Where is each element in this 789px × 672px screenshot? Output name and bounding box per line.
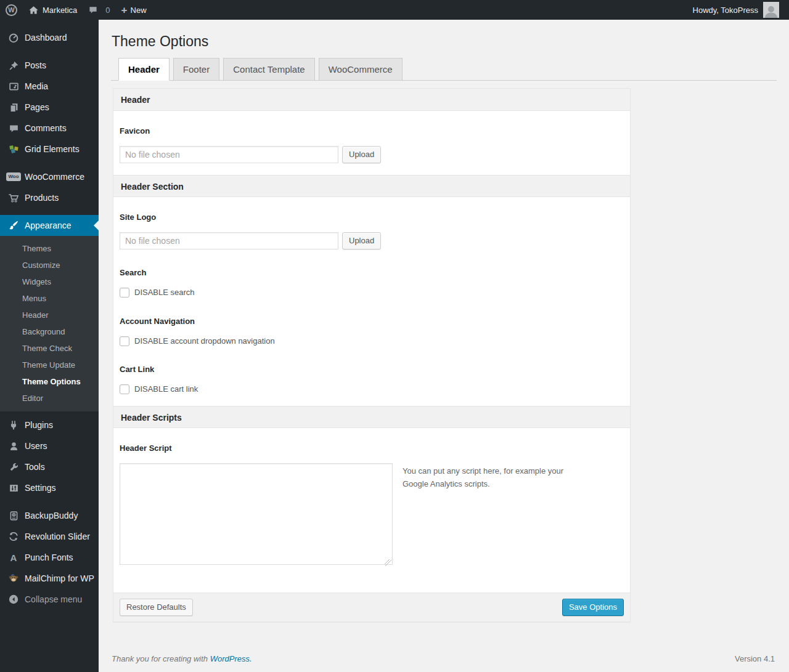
panel-footer: Restore Defaults Save Options <box>113 593 630 621</box>
sidebar-label: Posts <box>25 60 46 70</box>
pin-icon <box>7 59 20 71</box>
submenu-item-customize[interactable]: Customize <box>0 257 99 273</box>
plug-icon <box>7 419 20 431</box>
site-name-link[interactable]: Marketica <box>23 0 83 20</box>
section-header-scripts-title: Header Scripts <box>113 406 630 428</box>
pages-icon <box>7 101 20 113</box>
submenu-item-themes[interactable]: Themes <box>0 240 99 257</box>
search-label: Search <box>120 249 624 277</box>
header-script-label: Header Script <box>120 428 624 453</box>
favicon-file-input[interactable] <box>120 146 338 163</box>
section-header-section-title: Header Section <box>113 175 630 197</box>
sidebar-item-woocommerce[interactable]: Woo WooCommerce <box>0 166 99 187</box>
media-icon <box>7 80 20 92</box>
disable-account-nav-checkbox-label[interactable]: DISABLE account dropdown navigation <box>134 336 275 346</box>
tab-woocommerce[interactable]: WooCommerce <box>319 58 403 81</box>
sidebar-item-posts[interactable]: Posts <box>0 55 99 76</box>
tab-contact-template[interactable]: Contact Template <box>223 58 314 81</box>
sidebar-label: Grid Elements <box>25 144 80 154</box>
options-panel: Header Favicon Upload Header Section Sit… <box>113 88 631 622</box>
submenu-item-theme-check[interactable]: Theme Check <box>0 340 99 357</box>
tab-header[interactable]: Header <box>118 58 170 81</box>
header-script-textarea[interactable] <box>120 463 393 565</box>
paintbrush-icon <box>7 219 20 232</box>
submenu-item-editor[interactable]: Editor <box>0 390 99 407</box>
account-navigation-label: Account Navigation <box>120 298 624 326</box>
sidebar-label: WooCommerce <box>25 172 84 182</box>
submenu-item-header[interactable]: Header <box>0 307 99 323</box>
wordpress-link[interactable]: WordPress. <box>210 654 252 663</box>
sidebar-label: BackupBuddy <box>25 511 78 520</box>
wordpress-logo-icon: W <box>6 4 17 16</box>
sidebar-label: Products <box>25 193 59 203</box>
sidebar-item-appearance[interactable]: Appearance <box>0 215 99 236</box>
main-content: Theme Options Header Footer Contact Temp… <box>99 20 789 672</box>
sidebar-label: Dashboard <box>25 33 67 43</box>
submenu-item-menus[interactable]: Menus <box>0 290 99 307</box>
sidebar-label: Pages <box>25 102 49 112</box>
sidebar-item-comments[interactable]: Comments <box>0 118 99 139</box>
site-logo-file-input[interactable] <box>120 232 338 249</box>
favicon-upload-button[interactable]: Upload <box>342 146 381 163</box>
howdy-label: Howdy, TokoPress <box>693 6 758 15</box>
sidebar-label: Media <box>25 81 48 91</box>
avatar <box>763 2 779 18</box>
sidebar-label: Appearance <box>25 221 72 230</box>
grid-elements-icon <box>7 143 20 155</box>
submenu-item-theme-update[interactable]: Theme Update <box>0 357 99 373</box>
backup-icon <box>7 509 20 522</box>
sliders-icon <box>7 482 20 494</box>
disable-account-nav-checkbox[interactable] <box>120 336 129 346</box>
disable-cart-link-checkbox[interactable] <box>120 384 129 394</box>
collapse-menu-button[interactable]: Collapse menu <box>0 589 99 610</box>
sidebar-item-media[interactable]: Media <box>0 76 99 97</box>
submenu-item-widgets[interactable]: Widgets <box>0 273 99 290</box>
dashboard-icon <box>7 31 20 44</box>
site-name-label: Marketica <box>43 6 77 15</box>
sidebar-label: Punch Fonts <box>25 553 73 562</box>
page-title: Theme Options <box>112 33 777 51</box>
sidebar-label: Plugins <box>25 420 53 430</box>
disable-search-checkbox-label[interactable]: DISABLE search <box>134 288 195 298</box>
site-logo-upload-button[interactable]: Upload <box>342 232 381 249</box>
letter-a-icon: A <box>7 551 20 564</box>
sidebar-item-settings[interactable]: Settings <box>0 477 99 498</box>
sidebar-item-grid-elements[interactable]: Grid Elements <box>0 139 99 160</box>
tab-bar: Header Footer Contact Template WooCommer… <box>111 58 777 81</box>
save-options-button[interactable]: Save Options <box>562 599 624 616</box>
sidebar-item-revolution-slider[interactable]: Revolution Slider <box>0 526 99 547</box>
sidebar-label: Settings <box>25 483 56 493</box>
sidebar-item-users[interactable]: Users <box>0 435 99 456</box>
cart-icon <box>7 192 20 204</box>
woocommerce-icon: Woo <box>7 171 20 183</box>
section-header-title: Header <box>113 89 630 111</box>
wordpress-menu[interactable]: W <box>0 0 23 20</box>
submenu-item-background[interactable]: Background <box>0 323 99 340</box>
sidebar-item-tools[interactable]: Tools <box>0 456 99 477</box>
restore-defaults-button[interactable]: Restore Defaults <box>120 599 193 616</box>
tab-footer[interactable]: Footer <box>173 58 219 81</box>
page-footer: Thank you for creating with WordPress. V… <box>112 654 775 663</box>
sidebar-item-mailchimp[interactable]: MailChimp for WP <box>0 568 99 589</box>
disable-search-checkbox[interactable] <box>120 288 129 298</box>
sidebar-item-punch-fonts[interactable]: A Punch Fonts <box>0 547 99 568</box>
comments-shortcut[interactable]: 0 <box>83 0 115 20</box>
sidebar-label: Revolution Slider <box>25 532 90 541</box>
home-icon <box>28 5 39 15</box>
comment-icon <box>7 122 20 134</box>
sidebar-label: Comments <box>25 123 67 133</box>
sidebar-item-backupbuddy[interactable]: BackupBuddy <box>0 505 99 526</box>
sidebar-item-plugins[interactable]: Plugins <box>0 415 99 435</box>
account-menu[interactable]: Howdy, TokoPress <box>687 0 785 20</box>
submenu-item-theme-options[interactable]: Theme Options <box>0 373 99 390</box>
wrench-icon <box>7 461 20 473</box>
cart-link-label: Cart Link <box>120 346 624 374</box>
new-content-menu[interactable]: + New <box>116 0 152 20</box>
sidebar-item-pages[interactable]: Pages <box>0 97 99 118</box>
favicon-label: Favicon <box>120 111 624 136</box>
sidebar-item-products[interactable]: Products <box>0 187 99 208</box>
sidebar-item-dashboard[interactable]: Dashboard <box>0 27 99 48</box>
refresh-icon <box>7 530 20 543</box>
admin-sidebar: Dashboard Posts Media Pages Comments Gri… <box>0 20 99 672</box>
disable-cart-link-checkbox-label[interactable]: DISABLE cart link <box>134 384 198 394</box>
